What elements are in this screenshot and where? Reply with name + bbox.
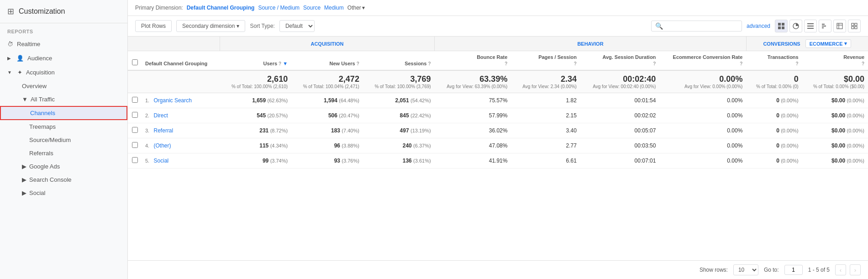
- sort-type-select[interactable]: Default: [279, 20, 315, 32]
- source-link[interactable]: Source: [303, 5, 321, 11]
- prev-page-button[interactable]: ‹: [835, 264, 846, 275]
- secondary-dimension-button[interactable]: Secondary dimension ▾: [176, 20, 245, 32]
- header-new-users[interactable]: New Users ?: [291, 51, 363, 70]
- sidebar-item-social[interactable]: ▶ Social: [0, 186, 127, 200]
- total-avg-session: 00:02:40 Avg for View: 00:02:40 (0.00%): [580, 70, 659, 93]
- row-checkbox[interactable]: [132, 157, 138, 163]
- dimension-link[interactable]: (Other): [154, 142, 171, 149]
- svg-rect-0: [778, 23, 781, 26]
- row-new-users: 93 (3.76%): [291, 153, 363, 168]
- row-transactions: 0 (0.00%): [746, 138, 802, 153]
- goto-label: Go to:: [764, 267, 779, 273]
- row-revenue: $0.00 (0.00%): [802, 108, 868, 123]
- sidebar-item-acquisition[interactable]: ▼ ✦ Acquisition: [0, 65, 127, 79]
- medium-link[interactable]: Medium: [324, 5, 344, 11]
- row-sessions: 497 (13.19%): [363, 123, 435, 138]
- sidebar-item-all-traffic[interactable]: ▼ All Traffic: [0, 93, 127, 106]
- dimension-link[interactable]: Referral: [154, 127, 174, 134]
- conversions-dropdown[interactable]: eCommerce ▾: [805, 39, 852, 48]
- header-revenue[interactable]: Revenue ?: [802, 51, 868, 70]
- next-page-button[interactable]: ›: [850, 264, 861, 275]
- header-users[interactable]: Users ? ▼: [220, 51, 291, 70]
- row-checkbox[interactable]: [132, 97, 138, 103]
- row-checkbox[interactable]: [132, 142, 138, 148]
- compare-view-button[interactable]: [819, 20, 831, 32]
- row-checkbox[interactable]: [132, 112, 138, 118]
- rows-per-page-select[interactable]: 10 25 50 100 500: [733, 264, 758, 275]
- row-revenue: $0.00 (0.00%): [802, 123, 868, 138]
- svg-rect-9: [822, 26, 826, 26]
- sidebar-item-audience[interactable]: ▶ 👤 Audience: [0, 51, 127, 65]
- search-icon: 🔍: [655, 22, 663, 30]
- pivot-view-button[interactable]: [833, 20, 846, 32]
- sidebar-item-google-ads[interactable]: ▶ Google Ads: [0, 160, 127, 173]
- row-number: 4.: [145, 143, 149, 148]
- sidebar-item-search-console[interactable]: ▶ Search Console: [0, 173, 127, 186]
- svg-rect-11: [837, 23, 842, 29]
- sidebar-item-referrals[interactable]: Referrals: [0, 147, 127, 160]
- sidebar-header: ⊞ Customization: [0, 0, 127, 23]
- advanced-link[interactable]: advanced: [747, 23, 770, 29]
- table-row: 2. Direct 545 (20.57%) 506 (20.47%) 845 …: [128, 108, 868, 123]
- svg-rect-10: [822, 27, 824, 28]
- header-ecommerce[interactable]: Ecommerce Conversion Rate ?: [659, 51, 746, 70]
- sidebar-item-realtime[interactable]: ⏱ Realtime: [0, 37, 127, 51]
- other-dropdown[interactable]: Other ▾: [347, 5, 365, 11]
- chevron-down-icon: ▾: [362, 5, 365, 11]
- select-all-checkbox[interactable]: [132, 59, 138, 65]
- dimension-link[interactable]: Direct: [154, 112, 168, 119]
- sidebar-item-channels[interactable]: Channels: [0, 106, 127, 120]
- row-pages-session: 2.15: [511, 108, 580, 123]
- help-icon: ?: [862, 61, 864, 66]
- pie-view-button[interactable]: [789, 20, 802, 32]
- sort-desc-icon: ▼: [283, 61, 288, 66]
- data-table-container: Acquisition Behavior Conversions eCommer…: [128, 37, 868, 260]
- header-checkbox-cell: [128, 51, 142, 70]
- custom-view-button[interactable]: [848, 20, 861, 32]
- total-ecommerce: 0.00% Avg for View: 0.00% (0.00%): [659, 70, 746, 93]
- svg-rect-17: [855, 26, 857, 29]
- row-checkbox-cell: [128, 123, 142, 138]
- row-new-users: 96 (3.88%): [291, 138, 363, 153]
- header-dimension: Default Channel Grouping: [142, 51, 220, 70]
- row-checkbox[interactable]: [132, 127, 138, 133]
- svg-rect-6: [807, 26, 814, 26]
- sidebar-item-overview[interactable]: Overview: [0, 79, 127, 93]
- header-transactions[interactable]: Transactions ?: [746, 51, 802, 70]
- filter-bar: Plot Rows Secondary dimension ▾ Sort Typ…: [128, 16, 868, 37]
- table-view-button[interactable]: [775, 20, 788, 32]
- page-input[interactable]: [784, 265, 803, 275]
- header-pages-session[interactable]: Pages / Session ?: [511, 51, 580, 70]
- page-range: 1 - 5 of 5: [808, 267, 830, 273]
- search-input[interactable]: [665, 23, 738, 29]
- table-row: 1. Organic Search 1,659 (62.63%) 1,594 (…: [128, 93, 868, 108]
- search-box: 🔍: [651, 21, 742, 32]
- row-dimension: 5. Social: [142, 153, 220, 168]
- row-number: 5.: [145, 158, 149, 163]
- svg-rect-5: [807, 23, 814, 24]
- dimension-link[interactable]: Social: [154, 158, 169, 164]
- total-sessions: 3,769 % of Total: 100.00% (3,769): [363, 70, 435, 93]
- secondary-dimension-label: Secondary dimension: [182, 23, 235, 29]
- main-content: Primary Dimension: Default Channel Group…: [128, 0, 868, 279]
- chevron-down-icon: ▼: [22, 96, 28, 103]
- help-icon: ?: [428, 61, 431, 66]
- row-transactions: 0 (0.00%): [746, 123, 802, 138]
- svg-rect-7: [807, 28, 814, 29]
- source-medium-link[interactable]: Source / Medium: [258, 5, 300, 11]
- default-channel-grouping-link[interactable]: Default Channel Grouping: [187, 5, 255, 11]
- sidebar-item-source-medium[interactable]: Source/Medium: [0, 133, 127, 147]
- header-avg-session[interactable]: Avg. Session Duration ?: [580, 51, 659, 70]
- list-view-button[interactable]: [804, 20, 817, 32]
- sidebar-item-label: Google Ads: [29, 163, 60, 170]
- chevron-right-icon: ▶: [22, 176, 26, 183]
- plot-rows-button[interactable]: Plot Rows: [135, 20, 172, 32]
- sidebar-item-treemaps[interactable]: Treemaps: [0, 120, 127, 133]
- row-avg-session: 00:03:50: [580, 138, 659, 153]
- total-users: 2,610 % of Total: 100.00% (2,610): [220, 70, 291, 93]
- sidebar: ⊞ Customization REPORTS ⏱ Realtime ▶ 👤 A…: [0, 0, 128, 279]
- row-dimension: 1. Organic Search: [142, 93, 220, 108]
- header-bounce-rate[interactable]: Bounce Rate ?: [435, 51, 511, 70]
- header-sessions[interactable]: Sessions ?: [363, 51, 435, 70]
- dimension-link[interactable]: Organic Search: [154, 97, 192, 104]
